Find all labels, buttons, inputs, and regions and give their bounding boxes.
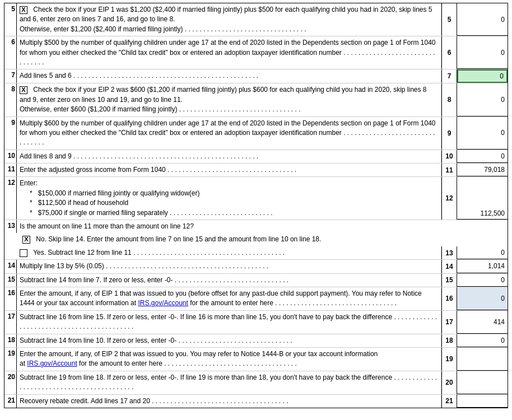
line-8-text: Check the box if your EIP 2 was $600 ($1… [20, 86, 427, 113]
line-13-no-text: No. Skip line 14. Enter the amount from … [36, 235, 321, 243]
line-16-ref: 16 [441, 287, 457, 310]
line-20-text: Subtract line 19 from line 18. If zero o… [20, 374, 437, 391]
line-11-text: Enter the adjusted gross income from For… [20, 166, 296, 174]
line-13-spacer [441, 220, 457, 233]
line-10-ref: 10 [441, 150, 457, 163]
line-10-value: 0 [457, 150, 508, 163]
line-9-num: 9 [4, 117, 17, 150]
line-16-link[interactable]: IRS.gov/Account [138, 299, 188, 307]
line-11-row: 11 Enter the adjusted gross income from … [4, 164, 508, 177]
line-13-yes-row: Yes. Subtract line 12 from line 11 . . .… [4, 246, 508, 260]
line-9-text: Multiply $600 by the number of qualifyin… [20, 119, 436, 147]
line-11-ref: 11 [441, 164, 457, 176]
line-8-num: 8 [4, 83, 17, 116]
line-21-value [457, 395, 508, 408]
line-17-text: Subtract line 16 from line 15. If zero o… [20, 313, 437, 330]
line-19-content: Enter the amount, if any, of EIP 2 that … [17, 348, 441, 371]
line-6-content: Multiply $500 by the number of qualifyin… [17, 36, 441, 69]
line-11-content: Enter the adjusted gross income from For… [17, 164, 441, 176]
line-15-row: 15 Subtract line 14 from line 7. If zero… [4, 274, 508, 287]
line-8-value: 0 [457, 83, 508, 116]
line-10-row: 10 Add lines 8 and 9 . . . . . . . . . .… [4, 150, 508, 164]
line-17-ref: 17 [441, 311, 457, 334]
line-5-value: 0 [457, 3, 508, 36]
line-18-row: 18 Subtract line 14 from line 10. If zer… [4, 334, 508, 348]
line-21-num: 21 [4, 395, 17, 408]
line-8-row: 8 X Check the box if your EIP 2 was $600… [4, 83, 508, 116]
line-13-no-content: X No. Skip line 14. Enter the amount fro… [17, 233, 441, 246]
line-13-question-text: Is the amount on line 11 more than the a… [20, 222, 194, 230]
line-12-bullet-3: * $75,000 if single or married filing se… [20, 209, 273, 217]
line-15-value: 0 [457, 274, 508, 287]
line-15-text: Subtract line 14 from line 7. If zero or… [20, 276, 288, 284]
line-17-content: Subtract line 16 from line 15. If zero o… [17, 311, 441, 334]
line-14-text: Multiply line 13 by 5% (0.05) . . . . . … [20, 262, 268, 270]
line-13-yes-checkbox-wrapper [20, 249, 29, 257]
line-13-spacer-val [457, 220, 508, 233]
line-18-text: Subtract line 14 from line 10. If zero o… [20, 337, 292, 344]
line-6-num: 6 [4, 36, 17, 69]
line-13-no-linenum [4, 233, 17, 246]
line-16-text-after: for the amount to enter here . . . . . .… [188, 299, 397, 307]
line-15-ref: 15 [441, 274, 457, 287]
line-10-text: Add lines 8 and 9 . . . . . . . . . . . … [20, 152, 258, 160]
line-9-content: Multiply $600 by the number of qualifyin… [17, 117, 441, 150]
line-20-content: Subtract line 19 from line 18. If zero o… [17, 371, 441, 394]
line-12-ref: 12 [441, 177, 457, 220]
line-9-ref: 9 [441, 117, 457, 150]
line-18-num: 18 [4, 334, 17, 347]
line-13-no-checkbox-wrapper: X [22, 236, 32, 244]
line-14-content: Multiply line 13 by 5% (0.05) . . . . . … [17, 260, 441, 273]
line-16-row: 16 Enter the amount, if any, of EIP 1 th… [4, 287, 508, 311]
line-18-content: Subtract line 14 from line 10. If zero o… [17, 334, 441, 347]
line-16-value: 0 [457, 287, 508, 310]
line-21-text: Recovery rebate credit. Add lines 17 and… [20, 397, 288, 405]
line-12-row: 12 Enter: * $150,000 if married filing j… [4, 177, 508, 220]
line-20-value [457, 371, 508, 394]
line-13-no-val [457, 233, 508, 246]
line-12-num: 12 [4, 177, 17, 220]
line-20-num: 20 [4, 371, 17, 394]
line-21-row: 21 Recovery rebate credit. Add lines 17 … [4, 395, 508, 408]
line-19-ref: 19 [441, 348, 457, 371]
line-19-num: 19 [4, 348, 17, 371]
line-8-content: X Check the box if your EIP 2 was $600 (… [17, 83, 441, 116]
line-13-num: 13 [4, 220, 17, 233]
line-13-yes-ref: 13 [441, 246, 457, 259]
line-17-value: 414 [457, 311, 508, 334]
line-15-content: Subtract line 14 from line 7. If zero or… [17, 274, 441, 287]
line-20-row: 20 Subtract line 19 from line 18. If zer… [4, 371, 508, 395]
line-5-checkbox[interactable]: X [20, 6, 27, 14]
line-14-num: 14 [4, 260, 17, 273]
line-13-no-spacer [441, 233, 457, 246]
line-5-ref: 5 [441, 3, 457, 36]
line-8-checkbox-wrapper: X [20, 86, 29, 94]
line-15-num: 15 [4, 274, 17, 287]
line-9-row: 9 Multiply $600 by the number of qualify… [4, 117, 508, 150]
line-19-link[interactable]: IRS.gov/Account [27, 360, 77, 367]
line-7-text: Add lines 5 and 6 . . . . . . . . . . . … [20, 72, 258, 80]
line-7-num: 7 [4, 69, 17, 83]
line-13-no-checkbox[interactable]: X [22, 236, 30, 244]
line-14-row: 14 Multiply line 13 by 5% (0.05) . . . .… [4, 260, 508, 273]
line-19-row: 19 Enter the amount, if any, of EIP 2 th… [4, 348, 508, 371]
line-19-text-after: for the amount to enter here . . . . . .… [77, 360, 297, 367]
line-12-bullet-2: * $112,500 if head of household [20, 199, 128, 207]
line-13-question-row: 13 Is the amount on line 11 more than th… [4, 220, 508, 233]
line-12-label: Enter: [20, 179, 38, 187]
line-5-num: 5 [4, 3, 17, 36]
line-7-row: 7 Add lines 5 and 6 . . . . . . . . . . … [4, 69, 508, 83]
line-10-content: Add lines 8 and 9 . . . . . . . . . . . … [17, 150, 441, 163]
line-21-content: Recovery rebate credit. Add lines 17 and… [17, 395, 441, 408]
line-11-num: 11 [4, 164, 17, 176]
line-21-ref: 21 [441, 395, 457, 408]
line-13-yes-text: Yes. Subtract line 12 from line 11 . . .… [33, 249, 285, 256]
line-13-yes-content: Yes. Subtract line 12 from line 11 . . .… [17, 246, 441, 259]
line-13-yes-value: 0 [457, 246, 508, 259]
line-8-checkbox[interactable]: X [20, 86, 27, 94]
line-14-value: 1,014 [457, 260, 508, 273]
line-7-ref: 7 [441, 69, 457, 83]
line-6-row: 6 Multiply $500 by the number of qualify… [4, 36, 508, 69]
line-5-text: Check the box if your EIP 1 was $1,200 (… [20, 6, 432, 33]
line-13-yes-checkbox[interactable] [20, 249, 27, 257]
